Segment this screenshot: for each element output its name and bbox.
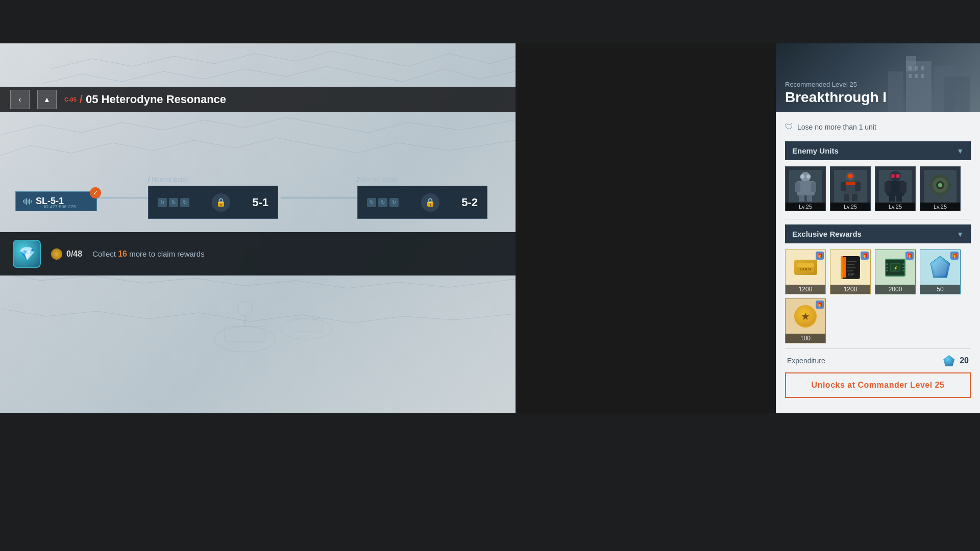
enemy-units-grid: Lv.25 Lv.25 bbox=[785, 166, 971, 211]
enemy-units-dropdown[interactable]: Enemy Units ▼ bbox=[785, 141, 971, 160]
reward-card-gold: GOLD 🎁 1200 bbox=[785, 249, 826, 294]
svg-rect-6 bbox=[888, 71, 903, 112]
svg-rect-19 bbox=[795, 182, 800, 192]
svg-point-37 bbox=[891, 174, 895, 178]
battle-num-2: 5-2 bbox=[461, 196, 478, 209]
svg-rect-66 bbox=[902, 263, 904, 265]
arrow-2: ↻ bbox=[169, 198, 178, 207]
enemy-card-3[interactable]: Lv.25 bbox=[875, 166, 916, 211]
starcoin-icon bbox=[794, 305, 817, 328]
lock-icon-1: 🔒 bbox=[212, 193, 230, 212]
bottom-bar bbox=[0, 413, 980, 551]
reward-card-crystal: 🎁 50 bbox=[920, 249, 961, 294]
arrow-4: ↻ bbox=[367, 198, 376, 207]
reward-icon-area-4: 🎁 bbox=[920, 250, 960, 285]
reward-counter: 0/48 bbox=[51, 248, 82, 260]
svg-rect-32 bbox=[852, 194, 857, 201]
reward-icon-area-3: ⚡ 🎁 bbox=[875, 250, 915, 285]
reward-amount-1: 1200 bbox=[786, 285, 825, 294]
expenditure-label: Expenditure bbox=[787, 357, 938, 365]
svg-rect-39 bbox=[889, 196, 895, 202]
sl-node-box[interactable]: SL-5-1 ID:477-506-278 bbox=[15, 191, 97, 211]
svg-rect-12 bbox=[915, 66, 918, 70]
title-slash: / bbox=[80, 93, 83, 106]
svg-rect-14 bbox=[909, 74, 912, 78]
battle-box-2[interactable]: ↻ ↻ ↻ 🔒 5-2 bbox=[357, 186, 487, 219]
svg-rect-55 bbox=[847, 264, 854, 265]
svg-rect-48 bbox=[939, 195, 941, 199]
lock-icon-2: 🔒 bbox=[421, 193, 439, 212]
drive-button[interactable]: ▲ bbox=[37, 90, 57, 109]
svg-rect-24 bbox=[807, 195, 812, 202]
chip-icon: ⚡ bbox=[885, 259, 905, 277]
coin-icon bbox=[51, 248, 62, 260]
battle-box-1[interactable]: ↻ ↻ ↻ 🔒 5-1 bbox=[148, 186, 278, 219]
svg-text:EXP: EXP bbox=[848, 273, 854, 276]
svg-rect-29 bbox=[846, 182, 855, 185]
enemy-sprite-3 bbox=[879, 170, 912, 203]
enemy-card-4[interactable]: Lv.25 bbox=[920, 166, 961, 211]
node-sl51[interactable]: SL-5-1 ID:477-506-278 ✓ bbox=[15, 191, 97, 211]
svg-rect-35 bbox=[885, 182, 891, 193]
enemy-figure-1 bbox=[792, 171, 820, 202]
connector-line-2 bbox=[281, 197, 357, 198]
svg-rect-63 bbox=[886, 263, 888, 265]
svg-rect-45 bbox=[928, 184, 933, 186]
reward-icon-area-2: EXP 🎁 bbox=[830, 250, 870, 285]
battle-node-5-2[interactable]: / Normal Battle ↻ ↻ ↻ 🔒 5-2 bbox=[357, 176, 487, 219]
collect-num: 16 bbox=[118, 249, 127, 258]
enemy-card-2[interactable]: Lv.25 bbox=[830, 166, 871, 211]
enemy-level-3: Lv.25 bbox=[875, 203, 915, 211]
reward-collect-message: Collect 16 more to claim rewards bbox=[92, 249, 205, 259]
svg-rect-56 bbox=[847, 267, 855, 268]
crystal-wrapper bbox=[929, 255, 951, 280]
svg-point-21 bbox=[800, 174, 804, 179]
gold-icon-svg: GOLD bbox=[796, 260, 815, 274]
reward-card-book: EXP 🎁 1200 bbox=[830, 249, 871, 294]
waveform-icon bbox=[23, 197, 32, 206]
svg-rect-64 bbox=[886, 267, 888, 268]
reward-icon-area-5: 🎁 bbox=[786, 299, 825, 334]
expenditure-value: 20 bbox=[960, 356, 969, 365]
rewards-dropdown[interactable]: Exclusive Rewards ▼ bbox=[785, 224, 971, 243]
svg-rect-5 bbox=[290, 319, 323, 332]
condition-row: 🛡 Lose no more than 1 unit bbox=[785, 118, 971, 136]
arrow-3: ↻ bbox=[180, 198, 189, 207]
unlock-button[interactable]: Unlocks at Commander Level 25 bbox=[785, 372, 971, 398]
arrow-6: ↻ bbox=[389, 198, 399, 207]
svg-rect-68 bbox=[902, 270, 904, 271]
battle-arrows-2: ↻ ↻ ↻ bbox=[367, 198, 399, 207]
svg-rect-15 bbox=[915, 74, 918, 78]
gift-badge-2: 🎁 bbox=[861, 252, 869, 260]
enemy-figure-3 bbox=[881, 171, 910, 202]
gift-badge-4: 🎁 bbox=[950, 252, 959, 260]
svg-rect-16 bbox=[921, 74, 924, 78]
reward-amount-3: 2000 bbox=[875, 285, 915, 294]
svg-rect-53 bbox=[843, 257, 846, 278]
hero-info: Recommended Level 25 Breakthrough I bbox=[785, 81, 887, 105]
svg-rect-10 bbox=[944, 77, 970, 112]
battle-label-1: / Normal Battle bbox=[148, 176, 278, 183]
svg-rect-46 bbox=[948, 184, 952, 186]
map-title-text: 05 Heterodyne Resonance bbox=[86, 93, 226, 106]
svg-rect-65 bbox=[886, 270, 888, 271]
right-panel: Recommended Level 25 Breakthrough I 🛡 Lo… bbox=[776, 43, 980, 413]
gift-badge-3: 🎁 bbox=[905, 252, 914, 260]
svg-rect-57 bbox=[847, 270, 853, 271]
rewards-grid: GOLD 🎁 1200 bbox=[785, 249, 971, 343]
gift-badge-5: 🎁 bbox=[816, 300, 824, 309]
building-silhouette bbox=[878, 51, 970, 112]
battle-arrows-1: ↻ ↻ ↻ bbox=[158, 198, 189, 207]
enemy-card-1[interactable]: Lv.25 bbox=[785, 166, 826, 211]
svg-text:⚡: ⚡ bbox=[893, 265, 898, 270]
svg-rect-67 bbox=[902, 267, 904, 268]
expenditure-row: Expenditure 20 bbox=[785, 348, 971, 372]
svg-rect-28 bbox=[855, 182, 861, 191]
arrow-5: ↻ bbox=[378, 198, 387, 207]
enemy-sprite-4 bbox=[924, 170, 957, 203]
svg-rect-1 bbox=[225, 327, 265, 342]
svg-rect-13 bbox=[921, 66, 924, 70]
back-button[interactable]: ‹ bbox=[10, 90, 30, 109]
battle-node-5-1[interactable]: / Normal Battle ↻ ↻ ↻ 🔒 5-1 bbox=[148, 176, 278, 219]
svg-rect-54 bbox=[847, 261, 856, 262]
